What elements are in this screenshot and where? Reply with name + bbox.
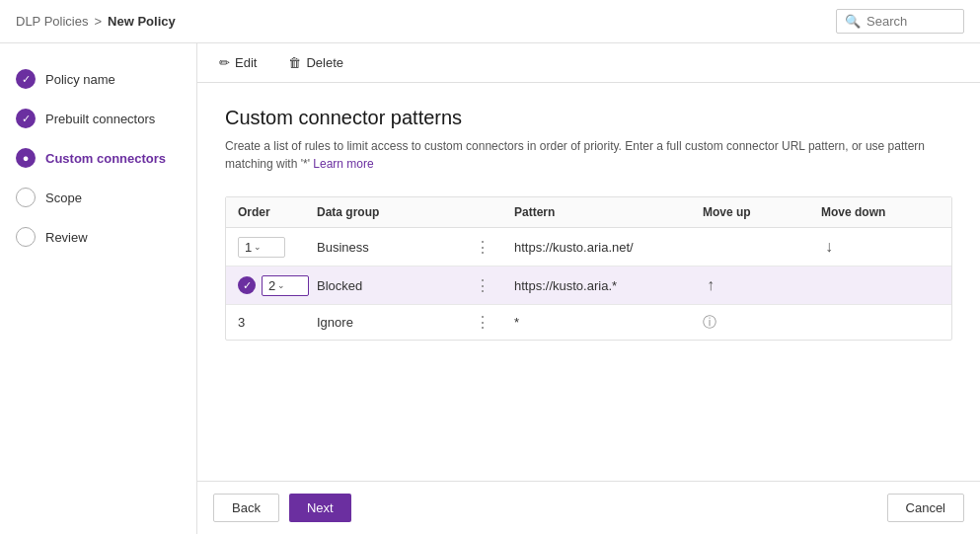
row2-order-value: 2 [268,278,275,293]
sidebar: ✓ Policy name ✓ Prebuilt connectors ● Cu… [0,43,197,534]
row2-order-cell: ✓ 2 ⌄ [238,275,317,296]
row3-order-value: 3 [238,315,245,330]
header-pattern: Pattern [514,205,703,219]
delete-button[interactable]: 🗑 Delete [282,51,349,74]
row2-check-icon: ✓ [238,276,256,294]
row2-move-up[interactable]: ↑ [703,274,821,296]
custom-connectors-icon: ● [16,148,36,168]
header-move-up: Move up [703,205,821,219]
sidebar-item-policy-name[interactable]: ✓ Policy name [0,59,196,99]
header-order: Order [238,205,317,219]
review-icon [16,227,36,247]
footer-left: Back Next [213,494,351,522]
sidebar-label-scope: Scope [45,191,82,205]
learn-more-link[interactable]: Learn more [313,157,373,171]
row1-move-down-button[interactable]: ↓ [821,236,837,258]
page-title: Custom connector patterns [225,107,952,129]
chevron-down-icon: ⌄ [277,280,285,290]
back-button[interactable]: Back [213,494,279,522]
content-area: Custom connector patterns Create a list … [197,83,980,481]
sidebar-item-custom-connectors[interactable]: ● Custom connectors [0,138,196,178]
connector-table: Order Data group Pattern Move up Move do… [225,196,952,341]
edit-label: Edit [235,55,257,70]
sidebar-label-review: Review [45,230,88,245]
cancel-button[interactable]: Cancel [887,494,964,522]
breadcrumb-separator: > [94,14,102,29]
table-row[interactable]: 1 ⌄ Business ⋮ https://kusto.aria.net/ ↓ [226,228,951,267]
row1-context-menu[interactable]: ⋮ [475,238,514,257]
row2-data-group: Blocked [317,278,475,293]
delete-icon: 🗑 [288,55,301,70]
breadcrumb-parent[interactable]: DLP Policies [16,14,88,29]
search-box[interactable]: 🔍 [836,9,964,34]
header-data-group: Data group [317,205,475,219]
top-bar: DLP Policies > New Policy 🔍 [0,0,980,43]
header-move-down: Move down [821,205,940,219]
policy-name-icon: ✓ [16,69,36,89]
sidebar-label-policy-name: Policy name [45,72,115,87]
sidebar-item-scope[interactable]: Scope [0,178,196,217]
chevron-down-icon: ⌄ [254,242,262,252]
table-row[interactable]: 3 Ignore ⋮ * ⓘ [226,305,951,340]
sidebar-item-review[interactable]: Review [0,217,196,257]
delete-label: Delete [306,55,343,70]
sidebar-item-prebuilt-connectors[interactable]: ✓ Prebuilt connectors [0,99,196,138]
table-row[interactable]: ✓ 2 ⌄ Blocked ⋮ https://kusto.aria.* ↑ [226,267,951,305]
row2-context-menu[interactable]: ⋮ [475,276,514,295]
search-icon: 🔍 [845,14,861,29]
header-dots [475,205,514,219]
row1-data-group: Business [317,240,475,255]
edit-button[interactable]: ✏ Edit [213,51,263,74]
main-layout: ✓ Policy name ✓ Prebuilt connectors ● Cu… [0,43,980,534]
breadcrumb: DLP Policies > New Policy [16,14,176,29]
breadcrumb-current: New Policy [108,14,176,29]
sidebar-label-custom-connectors: Custom connectors [45,151,166,166]
row3-data-group: Ignore [317,315,475,330]
row2-pattern: https://kusto.aria.* [514,278,703,293]
edit-icon: ✏ [219,55,230,70]
row3-context-menu[interactable]: ⋮ [475,313,514,332]
prebuilt-connectors-icon: ✓ [16,109,36,128]
row3-info: ⓘ [703,314,821,332]
toolbar: ✏ Edit 🗑 Delete [197,43,980,83]
scope-icon [16,188,36,207]
row1-pattern: https://kusto.aria.net/ [514,240,703,255]
table-header: Order Data group Pattern Move up Move do… [226,197,951,228]
sidebar-label-prebuilt-connectors: Prebuilt connectors [45,112,155,126]
next-button[interactable]: Next [289,494,351,522]
row1-move-down[interactable]: ↓ [821,236,940,258]
footer: Back Next Cancel [197,481,980,534]
search-input[interactable] [867,14,955,29]
row3-pattern: * [514,315,703,330]
info-icon: ⓘ [703,314,716,330]
page-description: Create a list of rules to limit access t… [225,137,952,173]
row1-order-value: 1 [245,240,252,255]
row1-order[interactable]: 1 ⌄ [238,237,317,258]
row2-move-up-button[interactable]: ↑ [703,274,718,296]
row3-order: 3 [238,315,317,330]
